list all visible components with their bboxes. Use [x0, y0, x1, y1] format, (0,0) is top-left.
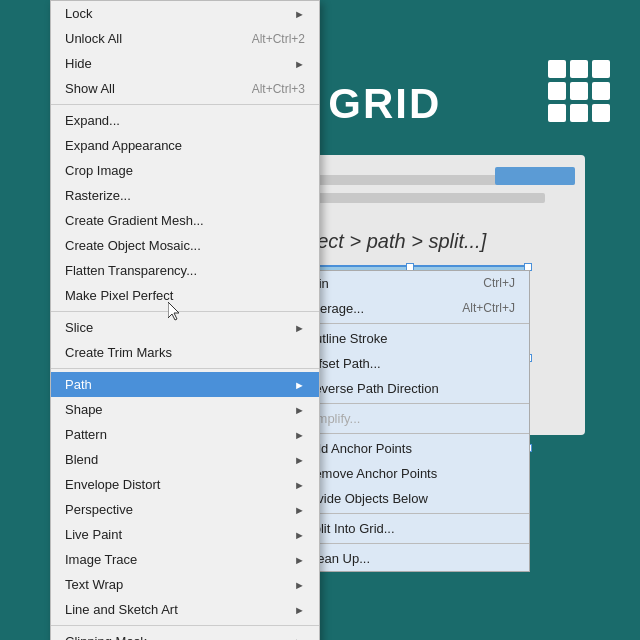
menu-item-create-trim-marks[interactable]: Create Trim Marks [51, 340, 319, 365]
context-menu: Lock ► Unlock All Alt+Ctrl+2 Hide ► Show… [50, 0, 320, 640]
menu-item-unlock-all[interactable]: Unlock All Alt+Ctrl+2 [51, 26, 319, 51]
submenu-divider [291, 403, 529, 404]
submenu-item-remove-anchor[interactable]: Remove Anchor Points [291, 461, 529, 486]
menu-divider [51, 368, 319, 369]
menu-item-perspective[interactable]: Perspective ► [51, 497, 319, 522]
grid-cell [570, 82, 588, 100]
menu-item-slice[interactable]: Slice ► [51, 315, 319, 340]
grid-cell [548, 104, 566, 122]
menu-item-path[interactable]: Path ► [51, 372, 319, 397]
submenu-item-offset-path[interactable]: Offset Path... [291, 351, 529, 376]
submenu-item-clean-up[interactable]: Clean Up... [291, 546, 529, 571]
menu-item-text-wrap[interactable]: Text Wrap ► [51, 572, 319, 597]
submenu-divider [291, 543, 529, 544]
submenu-item-add-anchor[interactable]: Add Anchor Points [291, 436, 529, 461]
menu-item-hide[interactable]: Hide ► [51, 51, 319, 76]
blue-bar [495, 167, 575, 185]
grid-cell [592, 60, 610, 78]
submenu-item-reverse-path[interactable]: Reverse Path Direction [291, 376, 529, 401]
menu-divider [51, 104, 319, 105]
grid-cell [548, 60, 566, 78]
menu-item-line-sketch-art[interactable]: Line and Sketch Art ► [51, 597, 319, 622]
menu-item-clipping-mask[interactable]: Clipping Mask ► [51, 629, 319, 640]
menu-item-image-trace[interactable]: Image Trace ► [51, 547, 319, 572]
menu-item-live-paint[interactable]: Live Paint ► [51, 522, 319, 547]
menu-item-envelope-distort[interactable]: Envelope Distort ► [51, 472, 319, 497]
grid-cell [592, 82, 610, 100]
submenu-divider [291, 433, 529, 434]
menu-item-rasterize[interactable]: Rasterize... [51, 183, 319, 208]
menu-item-expand-appearance[interactable]: Expand Appearance [51, 133, 319, 158]
menu-item-show-all[interactable]: Show All Alt+Ctrl+3 [51, 76, 319, 101]
submenu-item-join[interactable]: Join Ctrl+J [291, 271, 529, 296]
menu-item-flatten-transparency[interactable]: Flatten Transparency... [51, 258, 319, 283]
grid-cell [570, 104, 588, 122]
menu-item-create-object-mosaic[interactable]: Create Object Mosaic... [51, 233, 319, 258]
menu-item-blend[interactable]: Blend ► [51, 447, 319, 472]
content-bar-2 [295, 193, 545, 203]
path-submenu: Join Ctrl+J Average... Alt+Ctrl+J Outlin… [290, 270, 530, 572]
grid-cell [570, 60, 588, 78]
submenu-item-split-grid[interactable]: Split Into Grid... [291, 516, 529, 541]
submenu-divider [291, 323, 529, 324]
submenu-item-average[interactable]: Average... Alt+Ctrl+J [291, 296, 529, 321]
grid-cell [592, 104, 610, 122]
submenu-item-outline-stroke[interactable]: Outline Stroke [291, 326, 529, 351]
submenu-item-divide-objects[interactable]: Divide Objects Below [291, 486, 529, 511]
menu-item-shape[interactable]: Shape ► [51, 397, 319, 422]
menu-divider [51, 625, 319, 626]
grid-cell [548, 82, 566, 100]
menu-item-make-pixel-perfect[interactable]: Make Pixel Perfect [51, 283, 319, 308]
menu-item-create-gradient-mesh[interactable]: Create Gradient Mesh... [51, 208, 319, 233]
menu-item-crop-image[interactable]: Crop Image [51, 158, 319, 183]
menu-item-expand[interactable]: Expand... [51, 108, 319, 133]
grid-icon [548, 60, 610, 122]
menu-divider [51, 311, 319, 312]
menu-item-lock[interactable]: Lock ► [51, 1, 319, 26]
submenu-divider [291, 513, 529, 514]
submenu-item-simplify[interactable]: Simplify... [291, 406, 529, 431]
menu-item-pattern[interactable]: Pattern ► [51, 422, 319, 447]
